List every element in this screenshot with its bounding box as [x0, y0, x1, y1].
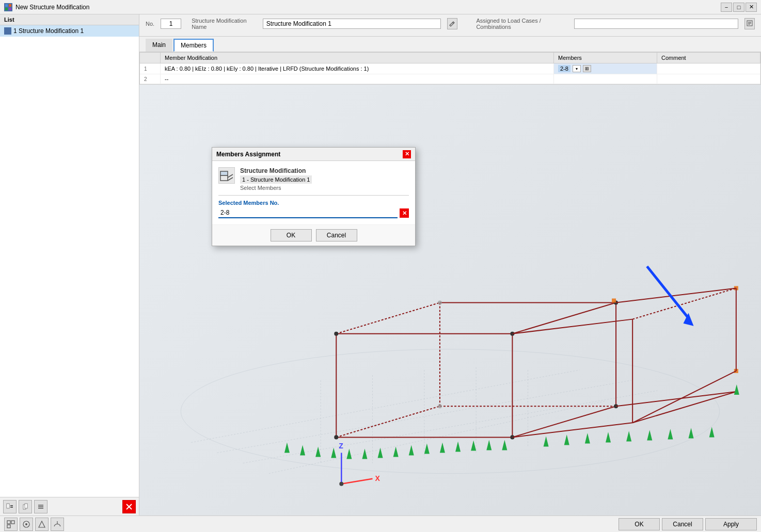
reorder-button[interactable] — [34, 500, 47, 513]
svg-line-55 — [512, 319, 632, 334]
dialog-ok-button[interactable]: OK — [271, 229, 312, 241]
apply-button[interactable]: Apply — [705, 518, 757, 530]
title-bar-left: New Structure Modification — [4, 3, 89, 11]
svg-rect-0 — [5, 4, 8, 7]
cell-mod-2[interactable]: -- — [161, 74, 554, 84]
svg-marker-62 — [300, 445, 305, 455]
table-row: 1 kEA : 0.80 | kEIz : 0.80 | kEIy : 0.80… — [140, 63, 760, 74]
name-label: Structure Modification Name — [192, 18, 257, 30]
svg-line-102 — [228, 178, 233, 181]
delete-button[interactable] — [122, 500, 136, 513]
no-label: No. — [146, 21, 154, 27]
clear-members-button[interactable]: ✕ — [400, 208, 409, 218]
svg-point-41 — [334, 332, 338, 336]
no-input[interactable] — [161, 19, 181, 29]
ok-button[interactable]: OK — [619, 518, 660, 530]
svg-marker-70 — [424, 443, 430, 454]
cell-comment-2[interactable] — [657, 74, 760, 84]
assigned-input[interactable] — [574, 19, 738, 29]
svg-marker-68 — [393, 446, 399, 457]
cell-members-2[interactable] — [554, 74, 657, 84]
app-icon — [4, 3, 12, 11]
svg-marker-65 — [346, 448, 352, 459]
tab-main[interactable]: Main — [146, 39, 172, 52]
view-btn-1[interactable] — [4, 518, 18, 531]
svg-marker-83 — [689, 428, 694, 438]
dialog-select-label: Select Members — [240, 185, 312, 191]
svg-rect-4 — [7, 504, 9, 508]
sidebar-toolbar — [0, 497, 139, 515]
dialog-titlebar: Members Assignment ✕ — [212, 148, 415, 161]
form-area: No. Structure Modification Name Assigned… — [139, 14, 761, 37]
svg-rect-95 — [7, 525, 10, 528]
view-btn-2[interactable] — [20, 518, 33, 531]
dialog-mod-label: Structure Modification — [240, 167, 312, 174]
svg-text:X: X — [375, 474, 380, 482]
svg-marker-85 — [734, 384, 739, 395]
selected-members-input[interactable] — [218, 208, 398, 218]
name-input[interactable] — [263, 19, 441, 29]
minimize-button[interactable]: − — [721, 3, 732, 12]
dialog-close-button[interactable]: ✕ — [403, 150, 411, 158]
dialog-title: Members Assignment — [216, 151, 280, 158]
table-header: Member Modification Members Comment — [140, 53, 760, 63]
close-button[interactable]: ✕ — [746, 3, 757, 12]
svg-rect-3 — [9, 8, 11, 10]
cancel-button[interactable]: Cancel — [662, 518, 703, 530]
dialog-cancel-button[interactable]: Cancel — [316, 229, 357, 241]
tab-members[interactable]: Members — [173, 39, 214, 52]
cell-mod-1[interactable]: kEA : 0.80 | kEIz : 0.80 | kEIy : 0.80 |… — [161, 63, 554, 74]
cell-comment-1[interactable] — [657, 63, 760, 74]
right-panel: No. Structure Modification Name Assigned… — [139, 14, 761, 515]
svg-marker-69 — [409, 445, 414, 455]
title-bar: New Structure Modification − □ ✕ — [0, 0, 761, 14]
svg-marker-75 — [502, 440, 507, 450]
sidebar-header: List — [0, 14, 139, 25]
svg-line-38 — [512, 303, 616, 334]
svg-line-57 — [512, 423, 632, 437]
duplicate-button[interactable] — [19, 500, 32, 513]
svg-line-87 — [341, 479, 372, 484]
col-members: Members — [554, 53, 657, 63]
cell-members-1[interactable]: 2-8 ▾ ⊞ — [554, 63, 657, 74]
svg-marker-72 — [455, 441, 461, 452]
col-modification: Member Modification — [161, 53, 554, 63]
col-comment: Comment — [657, 53, 760, 63]
maximize-button[interactable]: □ — [733, 3, 744, 12]
svg-marker-82 — [668, 429, 673, 439]
view-btn-4[interactable] — [51, 518, 64, 531]
svg-text:Z: Z — [339, 442, 343, 450]
dialog-field-label: Selected Members No. — [218, 200, 409, 206]
dialog-info-row: Structure Modification 1 - Structure Mod… — [218, 167, 409, 191]
svg-marker-81 — [647, 430, 652, 440]
members-dropdown-1[interactable]: ▾ — [573, 65, 581, 72]
svg-rect-49 — [612, 298, 616, 302]
sidebar: List 1 Structure Modification 1 — [0, 14, 139, 515]
svg-marker-76 — [544, 436, 549, 446]
members-assignment-dialog[interactable]: Members Assignment ✕ Structure Modificat… — [212, 147, 416, 246]
members-table: Member Modification Members Comment 1 kE… — [139, 52, 761, 85]
dialog-body: Structure Modification 1 - Structure Mod… — [212, 161, 415, 224]
tab-bar: Main Members — [139, 37, 761, 52]
svg-marker-78 — [585, 433, 590, 443]
svg-marker-73 — [471, 440, 476, 450]
svg-marker-77 — [564, 434, 569, 445]
svg-point-19 — [181, 349, 719, 474]
sidebar-item-1[interactable]: 1 Structure Modification 1 — [0, 25, 139, 37]
svg-point-45 — [334, 435, 338, 439]
view-btn-3[interactable] — [35, 518, 49, 531]
svg-point-90 — [339, 482, 343, 486]
svg-marker-63 — [315, 446, 321, 457]
svg-rect-2 — [5, 8, 8, 10]
svg-line-91 — [647, 266, 688, 318]
cell-num-1: 1 — [140, 63, 161, 74]
edit-name-button[interactable] — [447, 18, 457, 29]
main-container: List 1 Structure Modification 1 — [0, 14, 761, 532]
svg-marker-61 — [284, 442, 290, 453]
dialog-mod-sub: 1 - Structure Modification 1 — [240, 175, 312, 184]
add-button[interactable] — [3, 500, 17, 513]
svg-rect-8 — [25, 504, 27, 508]
assign-button[interactable] — [744, 18, 755, 29]
members-grid-1[interactable]: ⊞ — [583, 65, 591, 72]
svg-line-39 — [336, 303, 440, 334]
